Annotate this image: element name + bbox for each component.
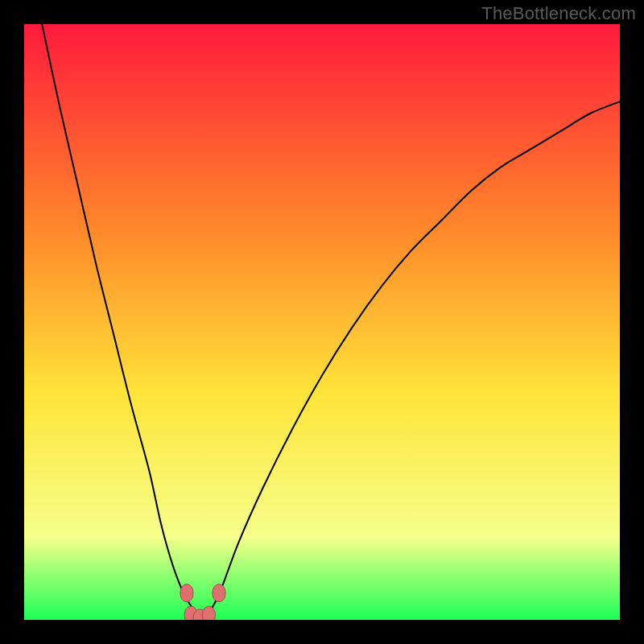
curve-marker [213,584,225,602]
plot-area [24,24,620,620]
curve-marker [202,606,215,620]
chart-svg [24,24,620,620]
curve-marker [180,584,193,602]
watermark-text: TheBottleneck.com [481,3,636,24]
chart-container: TheBottleneck.com [0,0,644,644]
gradient-backdrop [24,24,620,620]
